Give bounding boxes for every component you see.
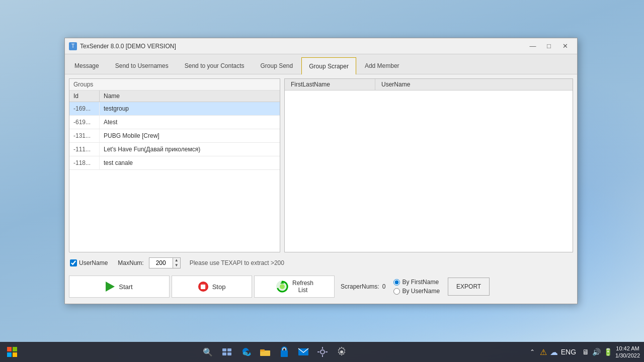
taskbar-time-value: 10:42 AM [615, 345, 640, 352]
window-title: TexSender 8.0.0 [DEMO VERSION] [80, 43, 525, 50]
main-panels: Groups Id Name -169... testgroup -619...… [69, 78, 573, 252]
row-id: -131... [69, 129, 100, 142]
taskbar-monitor-icon: 🖥 [582, 348, 589, 356]
stop-icon [198, 282, 208, 292]
svg-rect-3 [13, 347, 17, 351]
taskbar-explorer-icon[interactable] [256, 343, 274, 361]
row-id: -619... [69, 116, 100, 129]
tab-group-send[interactable]: Group Send [253, 57, 301, 74]
tab-send-usernames[interactable]: Send to Usernames [108, 57, 176, 74]
taskbar-date-value: 1/30/2022 [615, 352, 640, 359]
stop-square [201, 285, 205, 289]
svg-rect-5 [13, 352, 17, 357]
tab-group-scraper[interactable]: Group Scraper [301, 57, 356, 74]
windows-logo-icon [7, 346, 18, 357]
svg-rect-13 [281, 350, 288, 357]
column-header-id: Id [69, 90, 100, 102]
table-row[interactable]: -111... Let's Have Fun(Давай приколемся) [69, 143, 280, 156]
radio-firstname-label[interactable]: By FirstName [393, 279, 440, 286]
taskbar-volume-icon[interactable]: 🔊 [592, 348, 601, 356]
language-indicator[interactable]: ENG [561, 348, 576, 356]
results-panel: FirstLastName UserName [284, 78, 573, 252]
maxnum-label: MaxNum: [118, 259, 143, 266]
svg-rect-6 [222, 348, 226, 351]
button-row: Start Stop Refresh [69, 274, 573, 300]
taskbar-warning-icon: ⚠ [540, 347, 547, 357]
svg-point-1 [280, 284, 285, 289]
refresh-button-label: Refresh List [292, 280, 313, 294]
spinner-up[interactable]: ▲ [173, 258, 180, 263]
play-icon [106, 282, 115, 292]
scraper-nums-label: ScraperNums: [341, 283, 379, 290]
row-name: testgroup [100, 102, 280, 115]
taskbar-icons: 🔍 [22, 343, 528, 361]
column-header-name: Name [100, 90, 280, 102]
column-header-firstname: FirstLastName [285, 79, 375, 90]
column-header-username: UserName [375, 79, 573, 90]
maxnum-spinner[interactable]: 200 ▲ ▼ [149, 257, 181, 268]
table-row[interactable]: -131... PUBG Mobile [Crew] [69, 129, 280, 143]
radio-firstname[interactable] [393, 279, 400, 286]
maximize-button[interactable]: □ [541, 39, 557, 53]
export-button[interactable]: EXPORT [448, 278, 490, 296]
taskbar-datetime[interactable]: 10:42 AM 1/30/2022 [615, 345, 640, 359]
username-checkbox-label[interactable]: UserName [70, 259, 108, 266]
minimize-button[interactable]: — [525, 39, 541, 53]
hint-text: Please use TEXAPI to extract >200 [190, 259, 284, 266]
tab-send-contacts[interactable]: Send to your Contacts [177, 57, 252, 74]
maxnum-input[interactable]: 200 [149, 257, 173, 268]
taskbar-settings-icon[interactable] [333, 343, 351, 361]
taskbar-edge-icon[interactable] [237, 343, 255, 361]
stats-area: ScraperNums: 0 By FirstName By UserName [341, 278, 573, 296]
main-window: T TexSender 8.0.0 [DEMO VERSION] — □ ✕ M… [64, 38, 578, 304]
table-row[interactable]: -169... testgroup [69, 102, 280, 116]
radio-username[interactable] [393, 288, 400, 295]
tab-add-member[interactable]: Add Member [357, 57, 407, 74]
bottom-controls: UserName MaxNum: 200 ▲ ▼ Please use TEXA… [69, 252, 573, 300]
refresh-icon [275, 280, 289, 294]
row-id: -118... [69, 156, 100, 169]
content-area: Groups Id Name -169... testgroup -619...… [65, 74, 577, 304]
row-name: PUBG Mobile [Crew] [100, 129, 280, 142]
radio-username-label[interactable]: By UserName [393, 288, 440, 295]
spinner-down[interactable]: ▼ [173, 263, 180, 268]
refresh-button[interactable]: Refresh List [254, 276, 335, 298]
options-row: UserName MaxNum: 200 ▲ ▼ Please use TEXA… [69, 255, 573, 270]
table-row[interactable]: -118... test canale [69, 156, 280, 170]
scraper-nums: ScraperNums: 0 [341, 283, 385, 290]
svg-rect-7 [227, 348, 231, 351]
taskbar: 🔍 [0, 342, 644, 362]
window-controls: — □ ✕ [525, 39, 573, 53]
groups-table[interactable]: Id Name -169... testgroup -619... Atest [69, 90, 280, 252]
svg-rect-9 [227, 352, 231, 355]
svg-point-20 [340, 350, 343, 353]
taskbar-mail-icon[interactable] [294, 343, 312, 361]
radio-group: By FirstName By UserName [393, 279, 440, 295]
username-checkbox[interactable] [70, 259, 77, 266]
svg-rect-2 [7, 347, 12, 351]
spinner-arrows: ▲ ▼ [173, 257, 181, 268]
svg-point-10 [243, 352, 248, 355]
close-button[interactable]: ✕ [557, 39, 573, 53]
taskbar-taskview-icon[interactable] [218, 343, 236, 361]
taskbar-right: ⌃ ⚠ ☁ ENG 🖥 🔊 🔋 10:42 AM 1/30/2022 [528, 345, 640, 359]
taskbar-sys-icons: ENG [561, 348, 576, 356]
row-name: test canale [100, 156, 280, 169]
stop-button-label: Stop [212, 283, 226, 291]
table-header: Id Name [69, 90, 280, 102]
taskbar-tools-icon[interactable] [313, 343, 332, 361]
svg-rect-12 [260, 349, 265, 351]
taskbar-store-icon[interactable] [275, 343, 293, 361]
start-button-label: Start [119, 283, 132, 291]
start-button-taskbar[interactable] [4, 344, 20, 360]
svg-rect-4 [7, 352, 12, 357]
table-row[interactable]: -619... Atest [69, 116, 280, 129]
start-button[interactable]: Start [69, 276, 170, 298]
system-tray-chevron[interactable]: ⌃ [528, 347, 537, 356]
taskbar-search-icon[interactable]: 🔍 [199, 343, 217, 361]
titlebar: T TexSender 8.0.0 [DEMO VERSION] — □ ✕ [65, 38, 577, 54]
groups-panel: Groups Id Name -169... testgroup -619...… [69, 78, 280, 252]
tab-message[interactable]: Message [67, 57, 107, 74]
scraper-nums-value: 0 [382, 283, 386, 290]
stop-button[interactable]: Stop [172, 276, 252, 298]
